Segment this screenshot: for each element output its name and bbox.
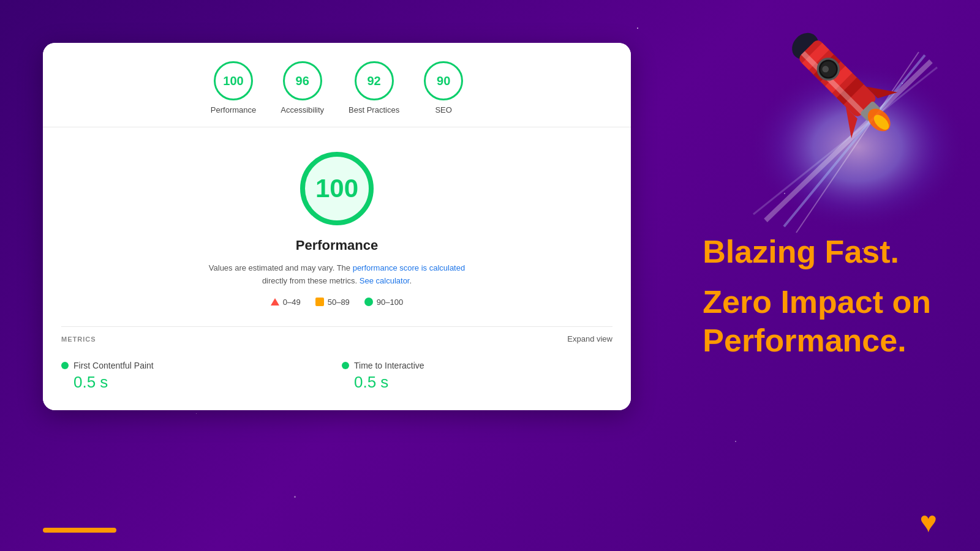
metric-tti-dot	[342, 362, 349, 369]
expand-view-button[interactable]: Expand view	[567, 334, 612, 343]
score-label-performance: Performance	[211, 105, 256, 114]
legend-item-mid: 50–89	[315, 298, 350, 307]
legend-item-high: 90–100	[364, 298, 403, 307]
score-legend: 0–49 50–89 90–100	[271, 298, 403, 307]
score-circle-best-practices: 92	[355, 61, 394, 100]
metric-fcp-value: 0.5 s	[61, 373, 332, 392]
legend-circle-icon	[364, 298, 373, 306]
metric-tti: Time to Interactive 0.5 s	[342, 361, 612, 392]
metric-fcp: First Contentful Paint 0.5 s	[61, 361, 332, 392]
performance-description: Values are estimated and may vary. The p…	[208, 262, 466, 288]
metric-tti-header: Time to Interactive	[342, 361, 612, 370]
blazing-fast-text: Blazing Fast.	[703, 233, 931, 271]
legend-square-icon	[315, 298, 324, 306]
legend-item-low: 0–49	[271, 298, 301, 307]
metric-tti-name: Time to Interactive	[354, 361, 424, 370]
score-item-seo: 90 SEO	[424, 61, 463, 114]
score-item-performance: 100 Performance	[211, 61, 256, 114]
score-row: 100 Performance 96 Accessibility 92 Best…	[43, 43, 631, 127]
legend-triangle-icon	[271, 298, 279, 305]
calculator-link[interactable]: See calculator	[360, 276, 410, 285]
rocket-image	[753, 0, 949, 196]
main-content-area: 100 Performance Values are estimated and…	[43, 127, 631, 319]
perf-score-link[interactable]: performance score is calculated	[353, 263, 466, 272]
heart-icon: ♥	[920, 505, 938, 539]
metrics-section: METRICS Expand view First Contentful Pai…	[43, 317, 631, 410]
score-label-accessibility: Accessibility	[281, 105, 324, 114]
metrics-grid: First Contentful Paint 0.5 s Time to Int…	[61, 361, 612, 392]
score-item-accessibility: 96 Accessibility	[281, 61, 324, 114]
bottom-decorative-bar	[43, 528, 116, 533]
metrics-label: METRICS	[61, 335, 96, 343]
score-circle-seo: 90	[424, 61, 463, 100]
metric-fcp-header: First Contentful Paint	[61, 361, 332, 370]
metric-fcp-name: First Contentful Paint	[74, 361, 154, 370]
metrics-header: METRICS Expand view	[61, 326, 612, 351]
metric-tti-value: 0.5 s	[342, 373, 612, 392]
metric-fcp-dot	[61, 362, 69, 369]
zero-impact-text: Zero Impact on Performance.	[703, 283, 931, 359]
score-label-seo: SEO	[435, 105, 451, 114]
right-content: Blazing Fast. Zero Impact on Performance…	[703, 233, 931, 359]
performance-title: Performance	[296, 238, 379, 253]
score-circle-accessibility: 96	[283, 61, 322, 100]
score-label-best-practices: Best Practices	[349, 105, 399, 114]
main-score-circle: 100	[300, 152, 374, 225]
score-circle-performance: 100	[214, 61, 253, 100]
score-item-best-practices: 92 Best Practices	[349, 61, 399, 114]
main-card: 100 Performance 96 Accessibility 92 Best…	[43, 43, 631, 410]
